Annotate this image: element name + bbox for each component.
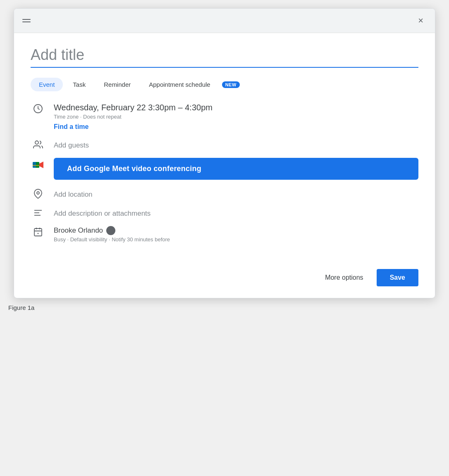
avatar: [106, 226, 115, 235]
dialog-body: Event Task Reminder Appointment schedule…: [14, 33, 435, 262]
meet-content: Add Google Meet video conferencing: [54, 158, 418, 180]
guests-icon: [31, 140, 45, 150]
clock-icon: [31, 104, 45, 114]
location-row: Add location: [31, 188, 418, 199]
description-icon: [31, 208, 45, 218]
more-options-button[interactable]: More options: [318, 270, 370, 286]
add-location-text[interactable]: Add location: [54, 188, 418, 199]
svg-rect-6: [33, 165, 39, 166]
add-guests-text[interactable]: Add guests: [54, 139, 418, 150]
tab-task[interactable]: Task: [64, 78, 94, 91]
tab-event[interactable]: Event: [31, 78, 63, 91]
location-icon: [31, 189, 45, 199]
figure-caption: Figure 1a: [8, 304, 34, 311]
calendar-owner-sub: Busy · Default visibility · Notify 30 mi…: [54, 236, 418, 243]
dialog-footer: More options Save: [14, 262, 435, 298]
datetime-row: Wednesday, February 22 3:30pm – 4:30pm T…: [31, 103, 418, 131]
dialog-header: ×: [14, 9, 435, 33]
meet-button-label: Add Google Meet video conferencing: [67, 164, 201, 173]
guests-content: Add guests: [54, 139, 418, 150]
tab-appointment[interactable]: Appointment schedule: [141, 78, 218, 91]
add-meet-button[interactable]: Add Google Meet video conferencing: [54, 158, 418, 180]
svg-rect-11: [34, 228, 42, 236]
calendar-row: Brooke Orlando Busy · Default visibility…: [31, 226, 418, 243]
add-description-text[interactable]: Add description or attachments: [54, 207, 418, 218]
meet-icon: [31, 159, 45, 171]
svg-point-7: [37, 192, 39, 194]
dialog: × Event Task Reminder Appointment schedu…: [14, 8, 435, 298]
svg-marker-3: [39, 162, 43, 168]
description-row: Add description or attachments: [31, 207, 418, 218]
datetime-sub: Time zone · Does not repeat: [54, 114, 418, 120]
tab-reminder[interactable]: Reminder: [96, 78, 139, 91]
tabs-row: Event Task Reminder Appointment schedule…: [31, 78, 418, 91]
location-content: Add location: [54, 188, 418, 199]
meet-row: Add Google Meet video conferencing: [31, 158, 418, 180]
find-a-time-button[interactable]: Find a time: [54, 123, 418, 131]
description-content: Add description or attachments: [54, 207, 418, 218]
guests-row: Add guests: [31, 139, 418, 150]
datetime-main[interactable]: Wednesday, February 22 3:30pm – 4:30pm: [54, 103, 418, 112]
close-button[interactable]: ×: [415, 14, 427, 27]
save-button[interactable]: Save: [377, 269, 418, 286]
calendar-icon: [31, 227, 45, 237]
datetime-content: Wednesday, February 22 3:30pm – 4:30pm T…: [54, 103, 418, 131]
svg-point-15: [38, 233, 39, 234]
new-badge: NEW: [222, 81, 240, 88]
calendar-owner-name: Brooke Orlando: [54, 226, 418, 235]
svg-point-1: [35, 141, 38, 144]
menu-icon[interactable]: [22, 19, 31, 22]
calendar-content: Brooke Orlando Busy · Default visibility…: [54, 226, 418, 243]
title-input[interactable]: [31, 45, 418, 68]
owner-name-text: Brooke Orlando: [54, 226, 103, 235]
